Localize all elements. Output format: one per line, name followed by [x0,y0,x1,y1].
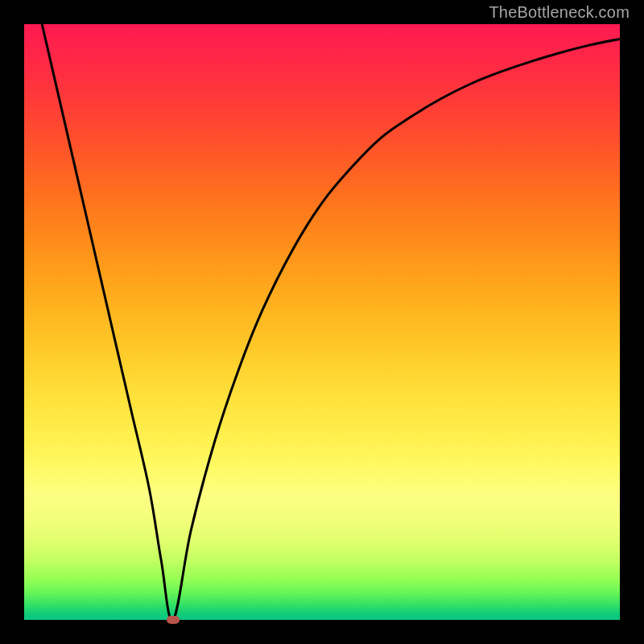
min-marker [167,616,180,624]
plot-area [24,24,620,620]
bottleneck-curve [24,24,620,620]
curve-path [42,24,620,621]
watermark-label: TheBottleneck.com [489,3,630,22]
chart-frame: TheBottleneck.com [0,0,644,644]
